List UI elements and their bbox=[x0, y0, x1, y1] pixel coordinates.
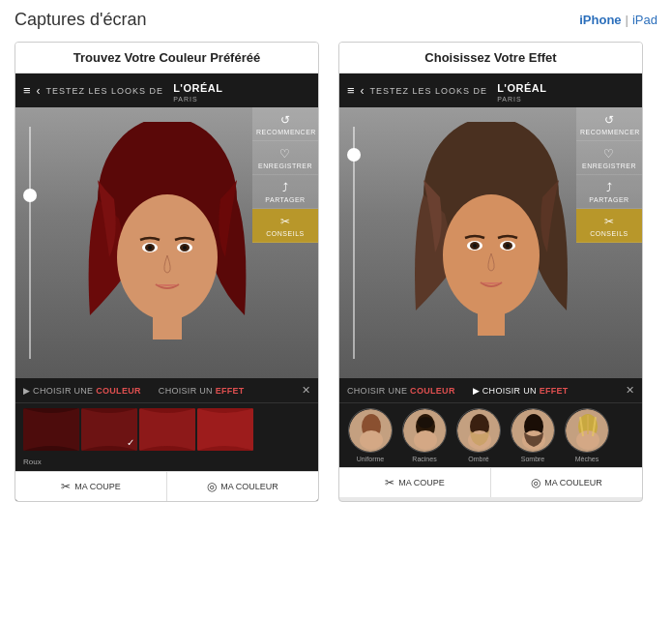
svg-point-28 bbox=[418, 417, 433, 428]
effect-label-sombre: Sombre bbox=[521, 456, 545, 462]
svg-point-18 bbox=[473, 244, 477, 248]
coupe-icon-1: ✂ bbox=[61, 480, 71, 493]
svg-rect-2 bbox=[153, 310, 182, 340]
enregistrer-icon-2: ♡ bbox=[580, 147, 638, 161]
brand-logo: L'ORÉAL PARIS bbox=[173, 78, 222, 103]
swatch-3[interactable] bbox=[139, 408, 195, 451]
screenshot-2: Choisissez Votre Effet ≡ ‹ TESTEZ LES LO… bbox=[338, 42, 643, 502]
svg-point-5 bbox=[148, 246, 152, 250]
slider-handle-1[interactable] bbox=[23, 189, 37, 202]
swatch-label: Roux bbox=[15, 456, 318, 471]
phone-body-1: ≡ ‹ TESTEZ LES LOOKS DE L'ORÉAL PARIS bbox=[15, 74, 318, 501]
tab-couleur-2[interactable]: CHOISIR UNE COULEUR bbox=[347, 386, 455, 396]
recommencer-icon-1: ↺ bbox=[256, 113, 314, 127]
recommencer-btn-1[interactable]: ↺ RECOMMENCER bbox=[252, 107, 318, 141]
partager-icon-2: ⤴ bbox=[580, 181, 638, 194]
tab-effet-1[interactable]: CHOISIR UN EFFET bbox=[159, 386, 245, 396]
effect-label-uniforme: Uniforme bbox=[357, 456, 384, 462]
phone-body-2: ≡ ‹ TESTEZ LES LOOKS DE L'ORÉAL PARIS bbox=[339, 74, 642, 497]
action-row-2: ✂ MA COUPE ◎ MA COULEUR bbox=[339, 467, 642, 497]
enregistrer-btn-2[interactable]: ♡ ENREGISTRER bbox=[576, 141, 642, 175]
tab-row-1: ▶ CHOISIR UNE COULEUR CHOISIR UN EFFET ✕ bbox=[15, 378, 318, 403]
portrait-circle-meches bbox=[565, 408, 609, 453]
effect-ombre[interactable]: Ombré bbox=[453, 408, 504, 462]
swatch-2[interactable]: ✓ bbox=[81, 408, 137, 451]
tab-iphone[interactable]: iPhone bbox=[579, 13, 621, 27]
effect-sombre[interactable]: Sombre bbox=[508, 408, 558, 462]
ma-couleur-btn-2[interactable]: ◎ MA COULEUR bbox=[491, 468, 642, 497]
back-icon[interactable]: ‹ bbox=[37, 84, 41, 98]
hamburger-icon-2[interactable]: ≡ bbox=[347, 83, 355, 98]
svg-point-21 bbox=[506, 244, 510, 248]
portrait-circle-ombre bbox=[456, 408, 501, 453]
screenshot-2-title: Choisissez Votre Effet bbox=[339, 43, 642, 74]
conseils-icon-2: ✂ bbox=[580, 215, 638, 228]
screenshots-container: Trouvez Votre Couleur Préféréé ≡ ‹ TESTE… bbox=[15, 42, 657, 502]
slider-handle-2[interactable] bbox=[347, 148, 361, 162]
slider-track-2 bbox=[353, 127, 355, 359]
effect-label-meches: Mèches bbox=[575, 456, 599, 462]
testez-text: TESTEZ LES LOOKS DE bbox=[46, 86, 164, 96]
effect-meches[interactable]: Mèches bbox=[562, 408, 612, 462]
tab-row-2: CHOISIR UNE COULEUR ▶ CHOISIR UN EFFET ✕ bbox=[339, 378, 642, 403]
screenshot-1-title: Trouvez Votre Couleur Préféréé bbox=[15, 43, 318, 74]
hair-image-area-1: ↺ RECOMMENCER ♡ ENREGISTRER ⤴ PARTAGER ✂… bbox=[15, 107, 318, 378]
swatch-1[interactable] bbox=[23, 408, 79, 451]
tab-couleur-1[interactable]: ▶ CHOISIR UNE COULEUR bbox=[23, 386, 141, 396]
effect-racines[interactable]: Racines bbox=[399, 408, 450, 462]
conseils-btn-1[interactable]: ✂ CONSEILS bbox=[252, 209, 318, 243]
couleur-icon-2: ◎ bbox=[531, 476, 541, 489]
coupe-icon-2: ✂ bbox=[385, 476, 394, 489]
effect-label-ombre: Ombré bbox=[468, 456, 488, 462]
face-illustration-2 bbox=[404, 122, 578, 364]
svg-point-24 bbox=[360, 430, 383, 450]
device-tabs: iPhone | iPad bbox=[579, 13, 657, 27]
swatch-4[interactable] bbox=[197, 408, 253, 451]
enregistrer-btn-1[interactable]: ♡ ENREGISTRER bbox=[252, 141, 318, 175]
enregistrer-icon-1: ♡ bbox=[256, 147, 314, 161]
ma-couleur-btn-1[interactable]: ◎ MA COULEUR bbox=[167, 472, 318, 501]
tab-close-1[interactable]: ✕ bbox=[302, 384, 310, 397]
tab-ipad[interactable]: iPad bbox=[632, 13, 657, 27]
slider-track-1 bbox=[29, 127, 31, 359]
action-row-1: ✂ MA COUPE ◎ MA COULEUR bbox=[15, 471, 318, 501]
tab-separator: | bbox=[626, 13, 628, 27]
hamburger-icon[interactable]: ≡ bbox=[23, 83, 31, 98]
effect-uniforme[interactable]: Uniforme bbox=[345, 408, 395, 462]
ma-coupe-btn-1[interactable]: ✂ MA COUPE bbox=[15, 472, 167, 501]
portrait-circle-racines bbox=[402, 408, 447, 453]
tab-effet-2[interactable]: ▶ CHOISIR UN EFFET bbox=[473, 386, 569, 396]
bottom-section-1: ▶ CHOISIR UNE COULEUR CHOISIR UN EFFET ✕… bbox=[15, 378, 318, 501]
partager-btn-2[interactable]: ⤴ PARTAGER bbox=[576, 175, 642, 209]
ma-coupe-btn-2[interactable]: ✂ MA COUPE bbox=[339, 468, 491, 497]
portrait-circle-sombre bbox=[511, 408, 555, 453]
svg-point-8 bbox=[183, 246, 187, 250]
side-menu-2: ↺ RECOMMENCER ♡ ENREGISTRER ⤴ PARTAGER ✂… bbox=[576, 107, 642, 243]
color-swatches-1: ✓ bbox=[15, 403, 318, 456]
bottom-section-2: CHOISIR UNE COULEUR ▶ CHOISIR UN EFFET ✕ bbox=[339, 378, 642, 497]
portrait-circle-uniforme bbox=[348, 408, 393, 453]
svg-point-14 bbox=[443, 194, 540, 316]
conseils-btn-2[interactable]: ✂ CONSEILS bbox=[576, 209, 642, 243]
svg-rect-15 bbox=[478, 309, 505, 336]
top-bar-2: ≡ ‹ TESTEZ LES LOOKS DE L'ORÉAL PARIS bbox=[339, 74, 642, 107]
side-menu-1: ↺ RECOMMENCER ♡ ENREGISTRER ⤴ PARTAGER ✂… bbox=[252, 107, 318, 243]
svg-point-1 bbox=[117, 194, 218, 320]
recommencer-btn-2[interactable]: ↺ RECOMMENCER bbox=[576, 107, 642, 141]
effect-label-racines: Racines bbox=[412, 456, 436, 462]
hair-image-area-2: ↺ RECOMMENCER ♡ ENREGISTRER ⤴ PARTAGER ✂… bbox=[339, 107, 642, 378]
testez-text-2: TESTEZ LES LOOKS DE bbox=[370, 86, 488, 96]
top-bar-1: ≡ ‹ TESTEZ LES LOOKS DE L'ORÉAL PARIS bbox=[15, 74, 318, 107]
recommencer-icon-2: ↺ bbox=[580, 113, 638, 127]
effect-portraits: Uniforme Racines bbox=[339, 403, 642, 467]
partager-btn-1[interactable]: ⤴ PARTAGER bbox=[252, 175, 318, 209]
brand-logo-2: L'ORÉAL PARIS bbox=[497, 78, 546, 103]
svg-point-27 bbox=[414, 430, 437, 450]
couleur-icon-1: ◎ bbox=[207, 480, 217, 493]
conseils-icon-1: ✂ bbox=[256, 215, 314, 228]
partager-icon-1: ⤴ bbox=[256, 181, 314, 194]
back-icon-2[interactable]: ‹ bbox=[361, 84, 365, 98]
tab-close-2[interactable]: ✕ bbox=[626, 384, 634, 397]
face-illustration-1 bbox=[80, 122, 254, 364]
page-title: Captures d'écran bbox=[15, 10, 147, 30]
